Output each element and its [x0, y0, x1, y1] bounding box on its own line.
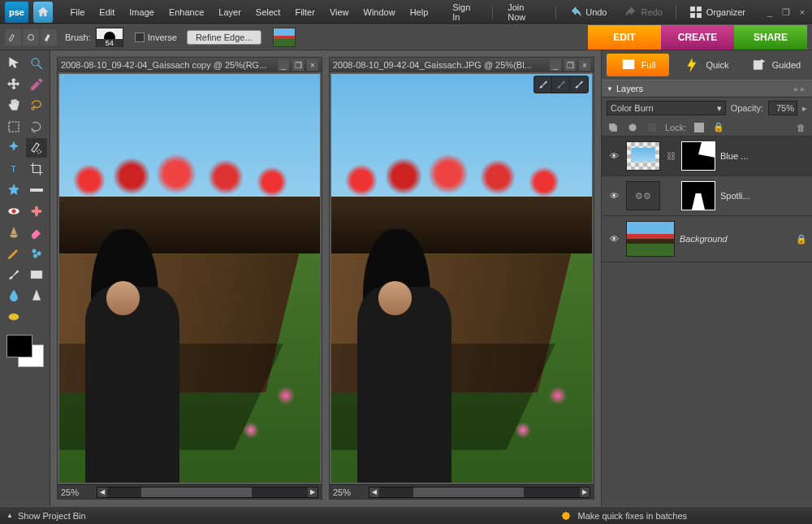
tool-move[interactable] — [3, 75, 24, 94]
tool-sharpen[interactable] — [26, 286, 47, 305]
tool-blur[interactable] — [3, 286, 24, 305]
doc-close-button[interactable]: × — [579, 59, 590, 71]
tool-sponge[interactable] — [3, 307, 24, 327]
tool-zoom[interactable] — [26, 54, 47, 73]
tool-spot-heal[interactable] — [26, 201, 47, 221]
menu-enhance[interactable]: Enhance — [162, 4, 210, 20]
tool-marquee[interactable] — [3, 117, 24, 136]
tool-eyedropper[interactable] — [26, 75, 47, 94]
color-swatches[interactable] — [6, 335, 44, 367]
horizontal-scrollbar[interactable]: ◀▶ — [97, 487, 318, 498]
layer-row[interactable]: 👁 ⚙⚙ Spotli... — [602, 176, 812, 216]
new-layer-icon[interactable] — [607, 121, 620, 134]
document-titlebar[interactable]: 2008-08-10_09-42-04_Gaissach.JPG @ 25%(B… — [330, 58, 594, 72]
canvas-area[interactable] — [58, 72, 322, 484]
zoom-value[interactable]: 25% — [58, 487, 93, 497]
menu-image[interactable]: Image — [123, 4, 161, 20]
close-button[interactable]: × — [797, 7, 807, 18]
layer-mask-thumbnail[interactable] — [681, 141, 715, 171]
tool-eraser[interactable] — [26, 223, 47, 242]
float-brush-new-icon[interactable] — [570, 76, 588, 93]
tab-guided[interactable]: Guided — [745, 54, 807, 76]
lock-all-icon[interactable]: 🔒 — [712, 121, 725, 134]
home-icon[interactable] — [33, 2, 53, 23]
sign-in-link[interactable]: Sign In — [444, 0, 486, 25]
inverse-checkbox[interactable]: Inverse — [135, 32, 177, 42]
menu-select[interactable]: Select — [249, 4, 287, 20]
tab-quick[interactable]: Quick — [676, 54, 738, 76]
panel-menu-icon[interactable]: ▸▸ — [794, 84, 807, 94]
tool-cookie-cutter[interactable] — [3, 180, 24, 200]
project-bin-toggle[interactable]: Show Project Bin — [18, 511, 86, 521]
restore-button[interactable]: ❐ — [781, 7, 791, 18]
layer-thumbnail[interactable] — [626, 221, 675, 257]
tool-gradient[interactable] — [26, 265, 47, 284]
tool-redeye[interactable] — [3, 201, 24, 221]
tool-arrow[interactable] — [3, 54, 24, 73]
canvas[interactable] — [331, 74, 592, 483]
foreground-color-swatch[interactable] — [6, 335, 32, 357]
layer-thumbnail[interactable] — [626, 141, 660, 171]
visibility-eye-icon[interactable]: 👁 — [607, 232, 621, 246]
join-now-link[interactable]: Join Now — [499, 0, 549, 25]
tool-lasso[interactable] — [26, 96, 47, 115]
canvas-area[interactable] — [330, 72, 594, 484]
lock-pixels-icon[interactable] — [693, 121, 706, 134]
tool-brush[interactable] — [3, 265, 24, 284]
visibility-eye-icon[interactable]: 👁 — [607, 188, 621, 203]
menu-window[interactable]: Window — [357, 4, 402, 20]
layer-row[interactable]: 👁 Background 🔒 — [602, 216, 812, 262]
undo-button[interactable]: Undo — [563, 6, 613, 18]
menu-help[interactable]: Help — [404, 4, 435, 20]
tool-magic-selection[interactable] — [3, 138, 24, 158]
layer-name[interactable]: Blue ... — [720, 151, 807, 161]
tool-type[interactable]: T — [3, 159, 24, 179]
doc-minimize-button[interactable]: _ — [278, 59, 289, 71]
layer-name[interactable]: Background — [680, 234, 791, 244]
zoom-value[interactable]: 25% — [330, 487, 365, 497]
tool-pencil[interactable] — [3, 244, 24, 263]
organizer-button[interactable]: Organizer — [683, 3, 752, 21]
redo-button[interactable]: Redo — [618, 6, 668, 18]
float-brush-sub-icon[interactable] — [552, 76, 570, 93]
tool-smart-brush[interactable] — [26, 244, 47, 263]
visibility-eye-icon[interactable]: 👁 — [607, 149, 621, 163]
refine-edge-button[interactable]: Refine Edge... — [187, 30, 261, 45]
menu-filter[interactable]: Filter — [288, 4, 321, 20]
menu-edit[interactable]: Edit — [93, 4, 121, 20]
overlay-preview[interactable] — [273, 28, 296, 47]
opacity-input[interactable]: 75% — [768, 101, 797, 115]
tool-hand[interactable] — [3, 96, 24, 115]
document-titlebar[interactable]: 2008-08-10_09-42-04_Gaissach copy @ 25%(… — [58, 58, 322, 72]
tool-straighten[interactable] — [26, 180, 47, 200]
mask-link-icon[interactable]: ⛓ — [665, 151, 676, 161]
selection-brush-b-icon[interactable] — [23, 29, 39, 45]
mode-tab-create[interactable]: CREATE — [661, 25, 734, 50]
tool-clone-stamp[interactable] — [3, 223, 24, 242]
canvas[interactable] — [59, 74, 320, 483]
layers-panel-header[interactable]: ▼ Layers ▸▸ — [602, 80, 812, 97]
doc-restore-button[interactable]: ❐ — [564, 59, 576, 71]
layer-name[interactable]: Spotli... — [720, 191, 807, 201]
expand-triangle-icon[interactable]: ▲ — [6, 512, 13, 519]
brush-preset-picker[interactable]: 54 — [96, 28, 123, 47]
doc-minimize-button[interactable]: _ — [550, 59, 561, 71]
horizontal-scrollbar[interactable]: ◀▶ — [369, 487, 590, 498]
app-logo[interactable]: pse — [5, 2, 28, 23]
tab-full[interactable]: Full — [607, 54, 669, 76]
layer-thumbnail[interactable]: ⚙⚙ — [626, 181, 660, 210]
mode-tab-edit[interactable]: EDIT — [588, 25, 661, 50]
mode-tab-share[interactable]: SHARE — [734, 25, 807, 50]
doc-close-button[interactable]: × — [307, 59, 318, 71]
link-layers-icon[interactable]: ⛓ — [646, 121, 659, 134]
delete-layer-icon[interactable]: 🗑 — [794, 121, 807, 134]
tool-crop[interactable] — [26, 159, 47, 179]
selection-brush-c-icon[interactable] — [41, 29, 57, 45]
selection-brush-a-icon[interactable] — [5, 29, 21, 45]
opacity-flyout-icon[interactable]: ▸ — [802, 103, 807, 114]
tool-quick-selection[interactable] — [26, 138, 47, 158]
minimize-button[interactable]: _ — [765, 7, 775, 18]
menu-file[interactable]: File — [64, 4, 92, 20]
layer-row[interactable]: 👁 ⛓ Blue ... — [602, 136, 812, 176]
tool-magnetic-lasso[interactable] — [26, 117, 47, 136]
